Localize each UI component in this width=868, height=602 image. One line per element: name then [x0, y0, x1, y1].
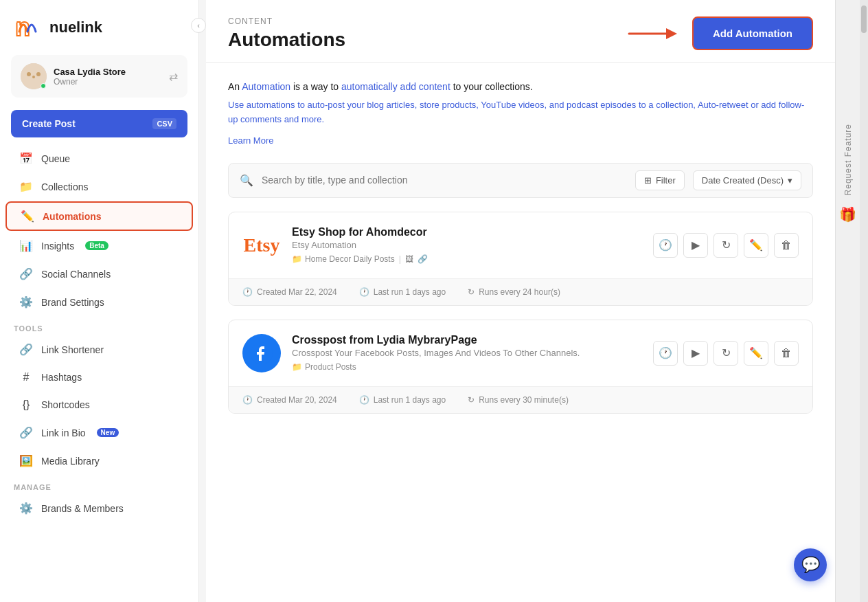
runs-every-stat: ↻ Runs every 30 minute(s) [468, 395, 569, 405]
svg-text:n: n [15, 13, 30, 41]
link-in-bio-icon: 🔗 [19, 426, 33, 439]
beta-badge: Beta [85, 241, 108, 250]
card-top: Etsy Etsy Shop for Ahomdecor Etsy Automa… [229, 212, 812, 278]
collection-tag: 📁 Home Decor Daily Posts [292, 254, 395, 264]
sidebar-item-label: Link in Bio [41, 427, 86, 438]
description-sub: Use automations to auto-post your blog a… [228, 98, 813, 127]
card-info: Etsy Shop for Ahomdecor Etsy Automation … [292, 226, 642, 264]
sidebar-item-label: Brands & Members [41, 503, 124, 514]
edit-button[interactable]: ✏️ [744, 233, 768, 258]
clock-icon: 🕐 [359, 287, 369, 297]
avatar [21, 63, 47, 89]
brands-members-icon: ⚙️ [19, 502, 33, 515]
sidebar-item-shortcodes[interactable]: {} Shortcodes [5, 392, 193, 418]
edit-button[interactable]: ✏️ [744, 341, 768, 366]
sidebar-item-brand-settings[interactable]: ⚙️ Brand Settings [5, 289, 193, 315]
sidebar-item-label: Link Shortener [41, 344, 104, 355]
sidebar-item-link-in-bio[interactable]: 🔗 Link in Bio New [5, 419, 193, 446]
schedule-button[interactable]: 🕐 [653, 341, 678, 366]
insights-icon: 📊 [19, 239, 33, 252]
page-title: Automations [228, 29, 345, 51]
delete-button[interactable]: 🗑 [774, 341, 799, 366]
folder-icon: 📁 [292, 254, 302, 264]
sidebar-item-automations[interactable]: ✏️ Automations [5, 201, 193, 231]
sidebar-item-insights[interactable]: 📊 Insights Beta [5, 232, 193, 259]
sidebar-item-queue[interactable]: 📅 Queue [5, 145, 193, 172]
sidebar-item-label: Social Channels [41, 269, 111, 280]
sidebar-item-brands-members[interactable]: ⚙️ Brands & Members [5, 495, 193, 522]
card-type: Etsy Automation [292, 240, 642, 250]
shortcodes-icon: {} [19, 399, 33, 411]
link-icon: 🔗 [418, 254, 428, 264]
hashtags-icon: # [19, 371, 33, 383]
brand-settings-icon: ⚙️ [19, 296, 33, 309]
card-bottom: 🕐 Created Mar 20, 2024 🕐 Last run 1 days… [229, 386, 812, 413]
svg-point-2 [27, 72, 31, 76]
card-bottom: 🕐 Created Mar 22, 2024 🕐 Last run 1 days… [229, 278, 812, 305]
filter-button[interactable]: ⊞ Filter [635, 170, 685, 190]
sidebar-item-link-shortener[interactable]: 🔗 Link Shortener [5, 336, 193, 363]
card-title: Etsy Shop for Ahomdecor [292, 226, 642, 238]
facebook-logo [242, 334, 281, 372]
breadcrumb: CONTENT [228, 16, 345, 26]
sort-label: Date Created (Desc) [702, 175, 784, 186]
scrollbar[interactable] [860, 0, 868, 602]
collapse-sidebar-button[interactable]: ‹ [191, 18, 206, 33]
sidebar-item-collections[interactable]: 📁 Collections [5, 173, 193, 200]
add-automation-area: Add Automation [626, 16, 813, 50]
clock-icon: 🕐 [359, 395, 369, 405]
sort-dropdown[interactable]: Date Created (Desc) ▾ [693, 170, 801, 190]
description-section: An Automation is a way to automatically … [228, 79, 813, 149]
chevron-down-icon: ▾ [788, 175, 792, 186]
filter-icon: ⊞ [644, 175, 652, 186]
created-stat: 🕐 Created Mar 20, 2024 [242, 395, 337, 405]
refresh-icon: ↻ [468, 395, 475, 405]
sidebar-item-label: Media Library [41, 456, 100, 467]
card-title: Crosspost from Lydia MybraryPage [292, 334, 642, 346]
last-run-stat: 🕐 Last run 1 days ago [359, 395, 446, 405]
main-content: CONTENT Automations Add Automation An Au… [206, 0, 835, 602]
delete-button[interactable]: 🗑 [774, 233, 799, 258]
sidebar: n nuelink Casa Lydia Store Owner ⇄ Creat… [0, 0, 199, 602]
card-info: Crosspost from Lydia MybraryPage Crosspo… [292, 334, 642, 372]
arrow-icon [626, 21, 681, 46]
account-card[interactable]: Casa Lydia Store Owner ⇄ [11, 55, 187, 98]
play-button[interactable]: ▶ [683, 341, 708, 366]
create-post-label: Create Post [22, 118, 76, 129]
create-post-button[interactable]: Create Post CSV [11, 110, 187, 137]
switch-account-icon[interactable]: ⇄ [169, 70, 178, 83]
sidebar-item-label: Shortcodes [41, 399, 90, 410]
refresh-button[interactable]: ↻ [713, 341, 738, 366]
account-name: Casa Lydia Store [54, 67, 162, 77]
play-button[interactable]: ▶ [683, 233, 708, 258]
card-type: Crosspost Your Facebook Posts, Images An… [292, 348, 642, 358]
collections-icon: 📁 [19, 180, 33, 193]
learn-more-link[interactable]: Learn More [228, 135, 273, 146]
card-actions: 🕐 ▶ ↻ ✏️ 🗑 [653, 341, 799, 366]
refresh-button[interactable]: ↻ [713, 233, 738, 258]
card-tags: 📁 Home Decor Daily Posts | 🖼 🔗 [292, 254, 642, 264]
top-bar: CONTENT Automations Add Automation [206, 0, 835, 63]
gift-icon: 🎁 [839, 206, 856, 223]
schedule-button[interactable]: 🕐 [653, 233, 678, 258]
created-stat: 🕐 Created Mar 22, 2024 [242, 287, 337, 297]
card-tags: 📁 Product Posts [292, 362, 642, 372]
manage-section-label: MANAGE [0, 475, 198, 494]
logo-area: n nuelink [0, 0, 198, 49]
clock-icon: 🕐 [242, 395, 253, 405]
social-channels-icon: 🔗 [19, 267, 33, 280]
sidebar-item-social-channels[interactable]: 🔗 Social Channels [5, 260, 193, 287]
etsy-logo: Etsy [242, 226, 281, 265]
tools-section-label: TOOLS [0, 316, 198, 335]
automation-card-facebook: Crosspost from Lydia MybraryPage Crosspo… [228, 320, 813, 414]
chat-bubble-button[interactable]: 💬 [794, 548, 827, 581]
automation-card-etsy: Etsy Etsy Shop for Ahomdecor Etsy Automa… [228, 212, 813, 306]
runs-every-stat: ↻ Runs every 24 hour(s) [468, 287, 560, 297]
search-input[interactable] [262, 175, 627, 186]
clock-icon: 🕐 [242, 287, 253, 297]
sidebar-item-media-library[interactable]: 🖼️ Media Library [5, 447, 193, 474]
add-automation-button[interactable]: Add Automation [692, 16, 813, 50]
request-feature-link[interactable]: Request Feature [843, 124, 853, 195]
sidebar-item-hashtags[interactable]: # Hashtags [5, 364, 193, 390]
search-filter-row: 🔍 ⊞ Filter Date Created (Desc) ▾ [228, 163, 813, 198]
